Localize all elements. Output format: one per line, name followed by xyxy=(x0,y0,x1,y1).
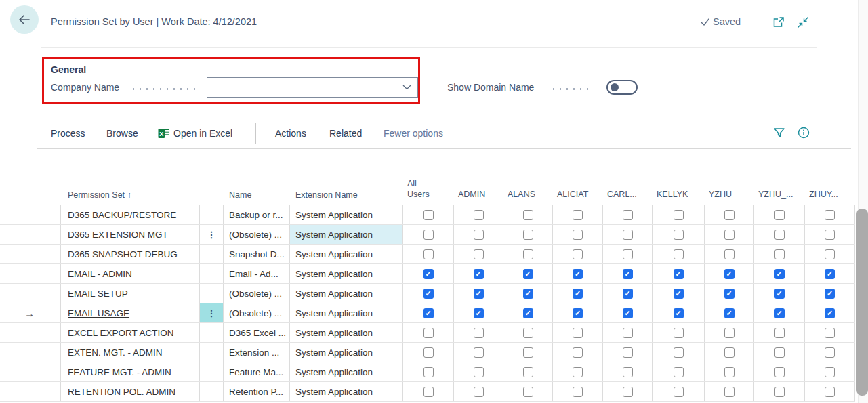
checkbox[interactable]: ✓ xyxy=(774,269,785,279)
checkbox[interactable] xyxy=(674,230,684,240)
checkbox[interactable] xyxy=(724,328,735,338)
checkbox[interactable] xyxy=(825,347,835,358)
cell-permission-set[interactable]: EMAIL USAGE xyxy=(61,303,200,322)
cell-permission-set[interactable]: EXCEL EXPORT ACTION xyxy=(61,323,200,342)
checkbox[interactable]: ✓ xyxy=(573,289,583,299)
checkbox[interactable]: ✓ xyxy=(623,269,633,279)
checkbox[interactable] xyxy=(423,367,434,377)
checkbox[interactable] xyxy=(523,387,533,397)
checkbox[interactable] xyxy=(423,347,434,358)
checkbox[interactable]: ✓ xyxy=(573,269,583,279)
checkbox[interactable] xyxy=(523,328,533,338)
checkbox[interactable] xyxy=(423,249,434,259)
checkbox[interactable] xyxy=(423,387,434,397)
cell-extension-name[interactable]: System Application xyxy=(290,303,403,322)
checkbox[interactable]: ✓ xyxy=(774,308,785,318)
checkbox[interactable]: ✓ xyxy=(474,289,484,299)
checkbox[interactable] xyxy=(825,387,835,397)
permission-set-link[interactable]: D365 BACKUP/RESTORE xyxy=(68,210,176,220)
checkbox[interactable] xyxy=(825,230,835,240)
checkbox[interactable] xyxy=(774,367,785,377)
row-menu-cell[interactable]: ⋮ xyxy=(200,225,224,244)
permission-set-link[interactable]: EXTEN. MGT. - ADMIN xyxy=(68,347,163,358)
checkbox[interactable]: ✓ xyxy=(724,289,735,299)
cell-permission-set[interactable]: FEATURE MGT. - ADMIN xyxy=(61,362,200,381)
cell-name[interactable]: D365 Excel ... xyxy=(224,323,290,342)
cell-extension-name[interactable]: System Application xyxy=(290,362,403,381)
checkbox[interactable] xyxy=(423,210,434,220)
cell-extension-name[interactable]: System Application xyxy=(290,284,403,303)
checkbox[interactable] xyxy=(774,347,785,358)
checkbox[interactable] xyxy=(523,210,533,220)
ellipsis-menu-icon[interactable]: ⋮ xyxy=(207,308,216,318)
checkbox[interactable] xyxy=(623,249,633,259)
checkbox[interactable] xyxy=(724,230,735,240)
checkbox[interactable] xyxy=(724,367,735,377)
checkbox[interactable] xyxy=(474,249,484,259)
column-header-admin[interactable]: ADMIN xyxy=(454,169,503,205)
checkbox[interactable] xyxy=(474,347,484,358)
checkbox[interactable] xyxy=(523,249,533,259)
checkbox[interactable] xyxy=(724,210,735,220)
checkbox[interactable] xyxy=(774,249,785,259)
toolbar-item-fewer-options[interactable]: Fewer options xyxy=(384,128,443,139)
cell-name[interactable]: Feature Ma... xyxy=(224,362,290,381)
checkbox[interactable] xyxy=(573,230,583,240)
checkbox[interactable] xyxy=(573,249,583,259)
checkbox[interactable]: ✓ xyxy=(523,308,533,318)
checkbox[interactable] xyxy=(825,249,835,259)
checkbox[interactable]: ✓ xyxy=(825,308,835,318)
checkbox[interactable] xyxy=(623,387,633,397)
cell-permission-set[interactable]: D365 EXTENSION MGT xyxy=(61,225,200,244)
checkbox[interactable] xyxy=(523,230,533,240)
column-header-all_users[interactable]: All Users xyxy=(403,169,454,205)
back-button[interactable] xyxy=(10,5,39,34)
checkbox[interactable] xyxy=(674,210,684,220)
checkbox[interactable] xyxy=(573,367,583,377)
permission-set-link[interactable]: FEATURE MGT. - ADMIN xyxy=(68,367,171,377)
checkbox[interactable] xyxy=(523,347,533,358)
section-title-general[interactable]: General xyxy=(51,64,86,75)
row-menu-cell[interactable]: ⋮ xyxy=(200,303,224,322)
show-domain-toggle[interactable] xyxy=(606,80,638,95)
permission-set-link[interactable]: EXCEL EXPORT ACTION xyxy=(68,328,174,338)
checkbox[interactable] xyxy=(674,249,684,259)
open-in-new-window-icon[interactable] xyxy=(772,16,785,29)
cell-permission-set[interactable]: D365 BACKUP/RESTORE xyxy=(61,205,200,224)
cell-extension-name[interactable]: System Application xyxy=(290,264,403,283)
ellipsis-menu-icon[interactable]: ⋮ xyxy=(207,230,216,240)
toolbar-item-open-in-excel[interactable]: X Open in Excel xyxy=(158,128,232,139)
checkbox[interactable]: ✓ xyxy=(573,308,583,318)
column-header-alans[interactable]: ALANS xyxy=(503,169,553,205)
permission-set-link[interactable]: EMAIL SETUP xyxy=(68,289,128,299)
checkbox[interactable] xyxy=(774,387,785,397)
checkbox[interactable] xyxy=(474,230,484,240)
toolbar-item-actions[interactable]: Actions xyxy=(275,128,306,139)
checkbox[interactable]: ✓ xyxy=(423,269,434,279)
checkbox[interactable]: ✓ xyxy=(523,269,533,279)
checkbox[interactable]: ✓ xyxy=(474,308,484,318)
checkbox[interactable]: ✓ xyxy=(724,269,735,279)
checkbox[interactable] xyxy=(623,210,633,220)
checkbox[interactable] xyxy=(774,230,785,240)
checkbox[interactable] xyxy=(774,328,785,338)
checkbox[interactable] xyxy=(724,249,735,259)
checkbox[interactable]: ✓ xyxy=(474,269,484,279)
column-header-kellyk[interactable]: KELLYK xyxy=(653,169,705,205)
checkbox[interactable]: ✓ xyxy=(825,269,835,279)
checkbox[interactable] xyxy=(774,210,785,220)
cell-name[interactable]: Retention P... xyxy=(224,382,290,401)
checkbox[interactable]: ✓ xyxy=(623,289,633,299)
toolbar-item-browse[interactable]: Browse xyxy=(106,128,138,139)
cell-permission-set[interactable]: RETENTION POL. ADMIN xyxy=(61,382,200,401)
toolbar-item-related[interactable]: Related xyxy=(329,128,362,139)
permission-set-link[interactable]: EMAIL - ADMIN xyxy=(68,269,132,279)
column-header-yzhu[interactable]: YZHU xyxy=(705,169,754,205)
cell-extension-name[interactable]: System Application xyxy=(290,225,403,244)
checkbox[interactable] xyxy=(623,347,633,358)
cell-name[interactable]: Backup or r... xyxy=(224,205,290,224)
checkbox[interactable] xyxy=(474,387,484,397)
checkbox[interactable] xyxy=(825,367,835,377)
checkbox[interactable]: ✓ xyxy=(623,308,633,318)
checkbox[interactable] xyxy=(674,328,684,338)
